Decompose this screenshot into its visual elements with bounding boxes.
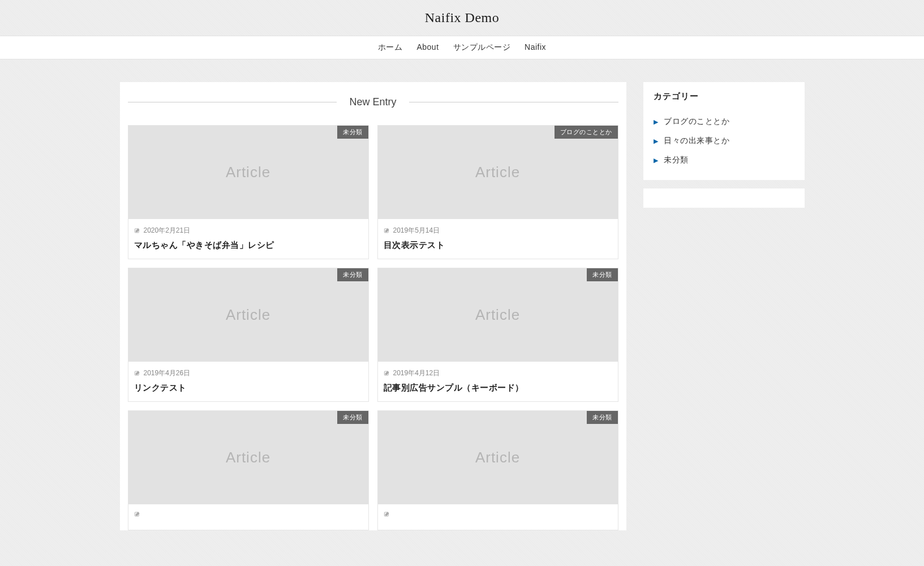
- post-title: マルちゃん「やきそば弁当」レシピ: [134, 240, 363, 251]
- post-thumb: Article 未分類: [128, 411, 368, 504]
- site-title[interactable]: Naifix Demo: [0, 10, 924, 25]
- post-date-row: [134, 511, 363, 517]
- post-thumb: Article 未分類: [128, 126, 368, 219]
- post-date: 2019年5月14日: [393, 226, 440, 235]
- post-thumb: Article 未分類: [378, 268, 618, 362]
- category-label: 日々の出来事とか: [664, 136, 729, 146]
- post-card[interactable]: Article 未分類 2019年4月12日 記事別広告サンプル（キーボード）: [377, 268, 618, 402]
- post-date-row: 2019年5月14日: [384, 226, 612, 235]
- post-title: 目次表示テスト: [384, 240, 612, 251]
- post-date-row: 2019年4月26日: [134, 368, 363, 378]
- thumb-placeholder: Article: [475, 306, 520, 324]
- category-item-blog[interactable]: ▶ ブログのこととか: [654, 112, 794, 131]
- category-item-uncategorized[interactable]: ▶ 未分類: [654, 151, 794, 170]
- edit-icon: [134, 370, 140, 376]
- caret-right-icon: ▶: [654, 138, 659, 145]
- thumb-placeholder: Article: [226, 164, 270, 181]
- category-widget: カテゴリー ▶ ブログのこととか ▶ 日々の出来事とか ▶ 未分類: [643, 82, 805, 180]
- site-header: Naifix Demo: [0, 0, 924, 36]
- category-badge[interactable]: 未分類: [587, 411, 618, 424]
- category-badge[interactable]: 未分類: [337, 268, 368, 281]
- category-list: ▶ ブログのこととか ▶ 日々の出来事とか ▶ 未分類: [654, 112, 794, 170]
- section-title: New Entry: [337, 96, 409, 108]
- post-date: 2019年4月12日: [393, 368, 440, 378]
- post-card[interactable]: Article 未分類: [128, 410, 369, 530]
- nav-item-naifix[interactable]: Naifix: [525, 42, 546, 53]
- nav-item-sample-page[interactable]: サンプルページ: [453, 42, 511, 53]
- post-date: 2019年4月26日: [144, 368, 191, 378]
- section-heading: New Entry: [128, 96, 618, 108]
- thumb-placeholder: Article: [226, 449, 270, 466]
- edit-icon: [384, 511, 390, 517]
- nav-item-about[interactable]: About: [416, 42, 439, 53]
- widget-title: カテゴリー: [654, 91, 794, 102]
- caret-right-icon: ▶: [654, 157, 659, 164]
- thumb-placeholder: Article: [475, 164, 520, 181]
- post-date-row: 2020年2月21日: [134, 226, 363, 235]
- nav-item-home[interactable]: ホーム: [378, 42, 403, 53]
- thumb-placeholder: Article: [226, 306, 270, 324]
- divider-right: [409, 102, 618, 102]
- edit-icon: [384, 370, 390, 376]
- post-date-row: [384, 511, 612, 517]
- post-thumb: Article 未分類: [128, 268, 368, 362]
- main-content: New Entry Article 未分類 2020年2月21日 マル: [120, 82, 626, 530]
- post-date-row: 2019年4月12日: [384, 368, 612, 378]
- edit-icon: [384, 228, 390, 234]
- category-badge[interactable]: 未分類: [337, 126, 368, 139]
- category-label: ブログのこととか: [664, 117, 729, 127]
- category-item-daily[interactable]: ▶ 日々の出来事とか: [654, 131, 794, 151]
- post-title: リンクテスト: [134, 383, 363, 393]
- empty-widget: [643, 188, 805, 208]
- sidebar: カテゴリー ▶ ブログのこととか ▶ 日々の出来事とか ▶ 未分類: [643, 82, 805, 530]
- main-nav: ホーム About サンプルページ Naifix: [0, 36, 924, 59]
- edit-icon: [134, 511, 140, 517]
- post-grid: Article 未分類 2020年2月21日 マルちゃん「やきそば弁当」レシピ: [120, 125, 626, 530]
- post-thumb: Article ブログのこととか: [378, 126, 618, 219]
- post-card[interactable]: Article 未分類 2019年4月26日 リンクテスト: [128, 268, 369, 402]
- category-badge[interactable]: 未分類: [587, 268, 618, 281]
- post-card[interactable]: Article 未分類: [377, 410, 618, 530]
- thumb-placeholder: Article: [475, 449, 520, 466]
- post-card[interactable]: Article 未分類 2020年2月21日 マルちゃん「やきそば弁当」レシピ: [128, 125, 369, 259]
- edit-icon: [134, 228, 140, 234]
- caret-right-icon: ▶: [654, 118, 659, 126]
- category-badge[interactable]: 未分類: [337, 411, 368, 424]
- category-badge[interactable]: ブログのこととか: [555, 126, 618, 139]
- post-date: 2020年2月21日: [144, 226, 191, 235]
- category-label: 未分類: [664, 155, 689, 165]
- divider-left: [128, 102, 337, 102]
- post-thumb: Article 未分類: [378, 411, 618, 504]
- post-card[interactable]: Article ブログのこととか 2019年5月14日 目次表示テスト: [377, 125, 618, 259]
- post-title: 記事別広告サンプル（キーボード）: [384, 383, 612, 393]
